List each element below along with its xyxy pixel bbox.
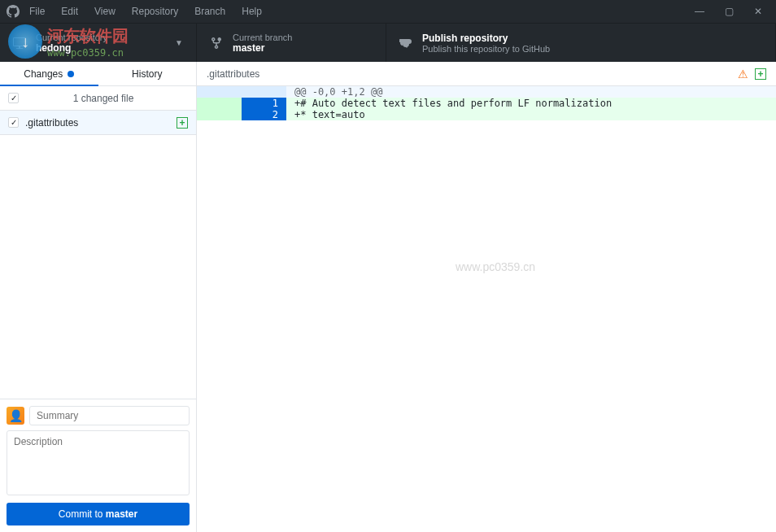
changed-files-header: 1 changed file	[0, 86, 196, 111]
menu-edit[interactable]: Edit	[61, 6, 78, 17]
minimize-button[interactable]: —	[695, 7, 704, 16]
changed-files-count: 1 changed file	[19, 93, 188, 104]
select-all-checkbox[interactable]	[8, 93, 19, 103]
diff-line[interactable]: 2 +* text=auto	[197, 109, 776, 120]
publish-title: Publish repository	[422, 33, 550, 44]
changes-indicator-dot	[68, 71, 74, 77]
repo-label: Current repository	[36, 33, 107, 42]
current-branch-selector[interactable]: Current branch master	[197, 24, 386, 62]
tab-history-label: History	[132, 68, 162, 80]
diff-added-badge: +	[755, 68, 766, 80]
window-controls: — ▢ ✕	[695, 7, 769, 16]
current-repository-selector[interactable]: Current repository hedong ▼	[0, 24, 197, 62]
file-checkbox[interactable]	[8, 117, 19, 128]
close-button[interactable]: ✕	[753, 7, 763, 16]
diff-viewer: .gitattributes ⚠ + @@ -0,0 +1,2 @@ 1 +# …	[197, 62, 776, 532]
github-logo-icon	[7, 5, 20, 18]
publish-repository-button[interactable]: Publish repository Publish this reposito…	[386, 24, 776, 62]
diff-content: @@ -0,0 +1,2 @@ 1 +# Auto detect text fi…	[197, 86, 776, 120]
branch-label: Current branch	[233, 33, 292, 42]
menu-view[interactable]: View	[94, 6, 116, 17]
diff-filename: .gitattributes	[207, 68, 738, 80]
diff-line-content: +# Auto detect text files and perform LF…	[286, 98, 776, 109]
titlebar: File Edit View Repository Branch Help — …	[0, 0, 776, 23]
commit-form: 👤 Commit to master	[0, 399, 196, 532]
menu-bar: File Edit View Repository Branch Help	[29, 6, 262, 17]
maximize-button[interactable]: ▢	[724, 7, 734, 16]
chevron-down-icon: ▼	[175, 38, 183, 47]
cloud-upload-icon	[399, 37, 412, 50]
branch-name: master	[233, 42, 292, 54]
commit-summary-input[interactable]	[29, 406, 190, 425]
tab-changes[interactable]: Changes	[0, 62, 98, 85]
main-area: Changes History 1 changed file .gitattri…	[0, 62, 776, 532]
file-name: .gitattributes	[25, 117, 177, 129]
user-avatar: 👤	[7, 407, 24, 425]
diff-header: .gitattributes ⚠ +	[197, 62, 776, 86]
branch-icon	[210, 37, 223, 50]
file-added-badge: +	[177, 117, 188, 129]
sidebar-tabs: Changes History	[0, 62, 196, 86]
menu-file[interactable]: File	[29, 6, 45, 17]
menu-help[interactable]: Help	[242, 6, 262, 17]
menu-repository[interactable]: Repository	[132, 6, 178, 17]
tab-history[interactable]: History	[98, 62, 197, 85]
header-bar: Current repository hedong ▼ Current bran…	[0, 23, 776, 62]
tab-changes-label: Changes	[24, 68, 63, 80]
file-row[interactable]: .gitattributes +	[0, 111, 196, 135]
computer-icon	[13, 37, 26, 50]
diff-line[interactable]: 1 +# Auto detect text files and perform …	[197, 98, 776, 109]
repo-name: hedong	[36, 42, 107, 54]
warning-icon[interactable]: ⚠	[738, 68, 748, 81]
sidebar: Changes History 1 changed file .gitattri…	[0, 62, 197, 532]
diff-line-content: +* text=auto	[286, 109, 776, 120]
publish-subtitle: Publish this repository to GitHub	[422, 44, 550, 54]
diff-hunk-header: @@ -0,0 +1,2 @@	[197, 86, 776, 98]
commit-button[interactable]: Commit to master	[7, 503, 190, 525]
commit-description-input[interactable]	[7, 430, 190, 495]
menu-branch[interactable]: Branch	[194, 6, 225, 17]
